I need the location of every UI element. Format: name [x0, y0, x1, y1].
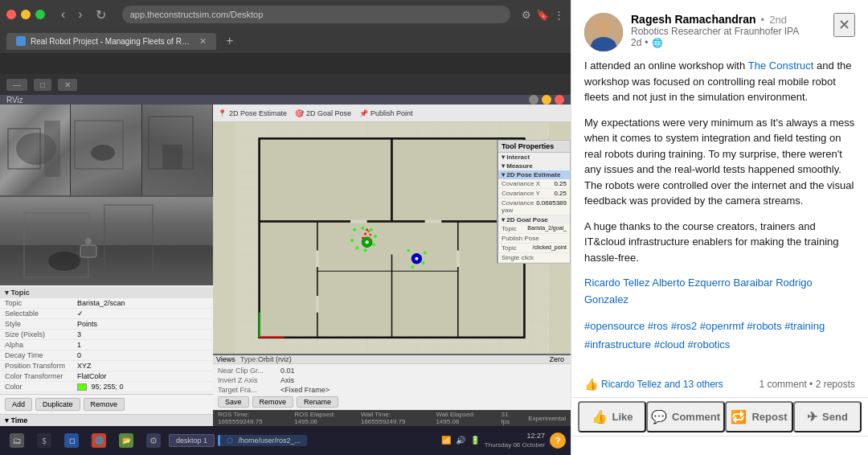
tab-close[interactable]: ✕ [199, 36, 207, 47]
cam-svg-3 [142, 105, 212, 195]
refresh-btn[interactable]: ↻ [91, 6, 111, 24]
props-topic-header: ▾ Topic [0, 287, 213, 298]
close-post-button[interactable]: ✕ [833, 13, 855, 37]
rviz-min-btn[interactable] [529, 95, 538, 105]
views-label: Views [216, 355, 235, 363]
remove-button[interactable]: Remove [84, 398, 125, 411]
mentions-link[interactable]: Ricardo Tellez Alberto Ezquerro Baraibar… [584, 277, 813, 305]
ext-icon-3[interactable]: ⋮ [554, 9, 564, 21]
svg-point-40 [355, 246, 358, 249]
tp-cov-y-value: 0.25 [554, 190, 567, 197]
rviz-title: RViz [6, 96, 23, 105]
post-timestamp: 2d • 🌐 [631, 37, 833, 48]
tp-cov-x-row: Covariance X 0.25 [498, 179, 570, 189]
new-tab-btn[interactable]: + [219, 34, 240, 48]
props-color-transform-label: Color Transformer [5, 372, 77, 380]
taskbar-file-mgr[interactable]: 🗂 [5, 432, 29, 449]
tp-cov-x-label: Covariance X [502, 180, 540, 187]
rviz-maximize[interactable]: □ [34, 79, 51, 91]
camera-thumbnails [0, 105, 213, 197]
taskbar-code-editor[interactable]: ◻ [59, 432, 84, 449]
forward-btn[interactable]: › [73, 6, 87, 24]
active-task[interactable]: ⬡ /home/user/ros2_... [218, 435, 307, 446]
ext-icon-1[interactable]: ⚙ [522, 9, 531, 21]
tool-publish-point[interactable]: 📌 Publish Point [359, 109, 413, 117]
taskbar-files[interactable]: 📂 [114, 432, 138, 449]
props-alpha-label: Alpha [5, 341, 77, 349]
file-mgr-icon: 🗂 [10, 433, 24, 448]
help-button[interactable]: ? [550, 432, 566, 449]
repost-label: Repost [751, 411, 787, 423]
back-btn[interactable]: ‹ [56, 6, 70, 24]
ros-elapsed: ROS Elapsed: 1495.06 [294, 411, 348, 425]
taskbar-browser[interactable]: 🌐 [87, 432, 111, 449]
rviz-right-column: 📍 2D Pose Estimate 🎯 2D Goal Pose 📌 Publ… [213, 105, 571, 426]
construct-link[interactable]: The Construct [748, 59, 814, 72]
camera-feed-3 [142, 105, 213, 195]
tp-publish-pose-row: Publish Pose [498, 234, 570, 244]
rviz-close[interactable]: ✕ [58, 79, 77, 91]
rviz-window-controls: — □ ✕ [0, 74, 571, 95]
active-tab[interactable]: Real Robot Project - Managing Fleets of … [6, 33, 216, 50]
svg-rect-25 [350, 219, 367, 223]
add-button[interactable]: Add [5, 398, 32, 411]
like-emoji: 👍 [584, 378, 598, 391]
comments-count[interactable]: 1 comment [759, 379, 806, 390]
views-buttons: Save Remove Rename [213, 396, 571, 410]
tp-pose-section: ▾ 2D Pose Estimate [498, 170, 570, 179]
rviz-minimize[interactable]: — [6, 79, 27, 91]
rviz-max-btn[interactable] [542, 95, 551, 105]
browser-chrome: ‹ › ↻ app.theconstructsim.com/Desktop ⚙ … [0, 0, 571, 74]
remove-view-btn[interactable]: Remove [252, 396, 294, 408]
tool-label-publish: Publish Point [371, 109, 413, 117]
map-visualization[interactable]: Tool Properties ▾ Interact ▾ Measure ▾ 2… [213, 122, 571, 354]
svg-rect-7 [0, 245, 213, 285]
svg-point-51 [411, 265, 414, 268]
props-style-value: Points [77, 320, 97, 328]
wall-time: Wall Time: 1665559249.79 [361, 411, 423, 425]
window-close-dot[interactable] [6, 10, 16, 19]
save-view-btn[interactable]: Save [218, 396, 249, 408]
cam-view-1 [0, 105, 70, 195]
views-zero-btn[interactable]: Zero [546, 355, 567, 363]
tool-2d-goal-pose[interactable]: 🎯 2D Goal Pose [295, 109, 351, 117]
tp-measure-section: ▾ Measure [498, 162, 570, 170]
tool-label-goal: 2D Goal Pose [306, 109, 351, 117]
network-icon: 📶 [441, 436, 451, 445]
tool-2d-pose-estimate[interactable]: 📍 2D Pose Estimate [218, 109, 287, 117]
browser-icon: 🌐 [92, 433, 106, 448]
simulation-panel: ‹ › ↻ app.theconstructsim.com/Desktop ⚙ … [0, 0, 571, 455]
post-header: Ragesh Ramachandran • 2nd Robotics Resea… [571, 0, 868, 58]
repost-button[interactable]: 🔁 Repost [725, 401, 793, 432]
reactions-bar: 👍 Ricardo Tellez and 13 others 1 comment… [571, 371, 868, 398]
window-minimize-dot[interactable] [21, 10, 31, 19]
author-name[interactable]: Ragesh Ramachandran [631, 13, 756, 26]
rename-view-btn[interactable]: Rename [297, 396, 338, 408]
svg-point-41 [350, 239, 354, 242]
taskbar-settings[interactable]: ⚙ [141, 432, 166, 449]
send-label: Send [822, 411, 848, 423]
window-maximize-dot[interactable] [35, 10, 45, 19]
tp-click-topic-label: Topic [502, 244, 517, 252]
properties-panel: ▾ Topic Topic Barista_2/scan Selectable … [0, 285, 213, 426]
svg-point-45 [369, 233, 371, 236]
address-bar[interactable]: app.theconstructsim.com/Desktop [122, 6, 510, 23]
cam-view-3 [142, 105, 212, 195]
like-button[interactable]: 👍 Like [578, 401, 646, 432]
props-topic-value: Barista_2/scan [77, 299, 125, 307]
tp-cov-y-row: Covariance Y 0.25 [498, 189, 570, 199]
reactor-names[interactable]: Ricardo Tellez and 13 others [601, 379, 723, 390]
ext-icon-2[interactable]: 🔖 [536, 9, 549, 21]
time-section-header: ▾ Time [0, 414, 213, 426]
duplicate-button[interactable]: Duplicate [35, 398, 80, 411]
svg-point-10 [48, 252, 80, 271]
taskbar-terminal[interactable]: $ [32, 432, 56, 449]
rviz-close-btn[interactable] [555, 95, 564, 105]
dot-separator: • [645, 37, 648, 48]
reposts-count[interactable]: 2 reposts [816, 379, 855, 390]
hashtags-link[interactable]: #opensource #ros #ros2 #openrmf #robots … [584, 320, 825, 350]
comment-button[interactable]: 💬 Comment [646, 401, 725, 432]
tp-single-click-label: Single click [502, 254, 534, 261]
reactions-left: 👍 Ricardo Tellez and 13 others [584, 378, 723, 391]
send-button[interactable]: ✈ Send [793, 401, 862, 432]
